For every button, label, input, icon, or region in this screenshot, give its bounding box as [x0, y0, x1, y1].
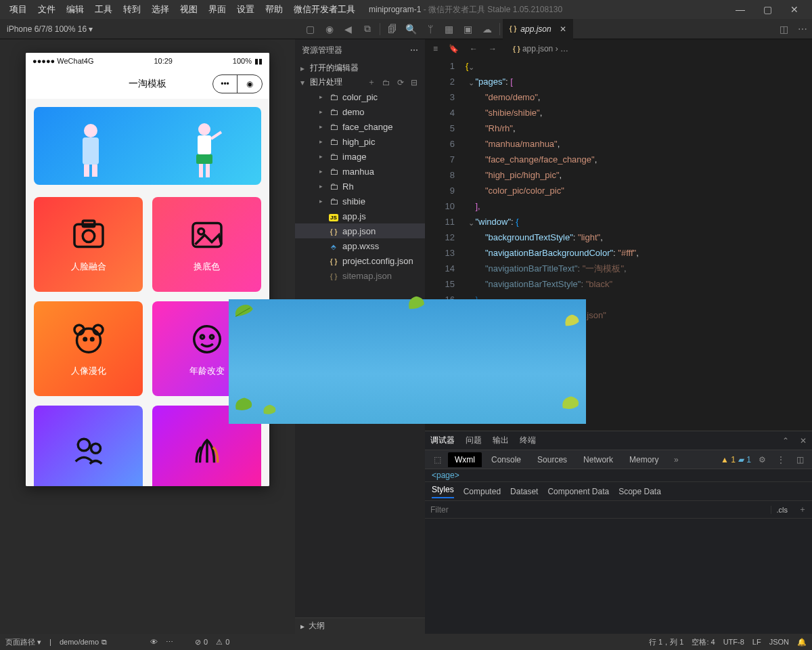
menu-project[interactable]: 项目: [4, 3, 32, 16]
debug-icon[interactable]: ▣: [459, 24, 478, 35]
phone-content[interactable]: 人脸融合 换底色 人像漫化 年龄改变: [26, 99, 269, 486]
project-section[interactable]: ▾图片处理 ＋ 🗀 ⟳ ⊟: [295, 75, 425, 89]
cls-button[interactable]: .cls: [771, 506, 794, 514]
devtools-tab-problems[interactable]: 问题: [466, 435, 482, 446]
open-editors-section[interactable]: ▸打开的编辑器: [295, 61, 425, 75]
subtab-wxml[interactable]: Wxml: [448, 452, 482, 467]
cloud-icon[interactable]: ☁: [478, 24, 497, 35]
close-tab-icon[interactable]: ✕: [560, 24, 566, 34]
folder-image[interactable]: ▸🗀image: [295, 149, 425, 164]
card-cartoonize[interactable]: 人像漫化: [34, 301, 143, 396]
style-filter-input[interactable]: [425, 505, 771, 515]
devtools-settings-icon[interactable]: ⚙: [754, 455, 770, 464]
capsule-menu-icon[interactable]: •••: [213, 75, 238, 93]
preview-icon[interactable]: 👁: [150, 638, 158, 646]
close-button[interactable]: ✕: [781, 4, 808, 15]
menu-edit[interactable]: 编辑: [61, 3, 89, 16]
collapse-icon[interactable]: ⊟: [409, 78, 420, 87]
warning-count[interactable]: ⚠ 0: [216, 638, 229, 647]
component-data-tab[interactable]: Component Data: [547, 487, 609, 496]
menu-interface[interactable]: 界面: [203, 3, 231, 16]
breadcrumb-file[interactable]: app.json: [522, 44, 553, 53]
menu-select[interactable]: 选择: [146, 3, 175, 16]
file-project-config-json[interactable]: { }project.config.json: [295, 253, 425, 268]
menu-file[interactable]: 文件: [32, 3, 61, 16]
card-change-bg[interactable]: 换底色: [152, 197, 261, 292]
detach-icon[interactable]: ⧉: [358, 23, 377, 35]
devtools-tab-terminal[interactable]: 终端: [520, 435, 536, 446]
file-app-json[interactable]: { }app.json: [295, 223, 425, 238]
list-icon[interactable]: ≡: [430, 44, 441, 53]
more-status-icon[interactable]: ⋯: [166, 638, 173, 647]
page-path[interactable]: demo/demo ⧉: [60, 638, 107, 647]
eol[interactable]: LF: [752, 638, 761, 646]
card-5[interactable]: [34, 406, 143, 486]
split-editor-icon[interactable]: ◫: [774, 24, 793, 35]
indent-setting[interactable]: 空格: 4: [692, 637, 715, 647]
new-folder-icon[interactable]: 🗀: [380, 78, 392, 87]
folder-high_pic[interactable]: ▸🗀high_pic: [295, 134, 425, 149]
styles-tab[interactable]: Styles: [432, 485, 454, 498]
menu-help[interactable]: 帮助: [260, 3, 288, 16]
menu-wechat-devtools[interactable]: 微信开发者工具: [288, 3, 361, 16]
devtools-tab-output[interactable]: 输出: [493, 435, 509, 446]
encoding[interactable]: UTF-8: [723, 638, 744, 646]
folder-color_pic[interactable]: ▸🗀color_pic: [295, 89, 425, 104]
copy-icon[interactable]: ⧉: [102, 638, 107, 647]
computed-tab[interactable]: Computed: [464, 487, 501, 496]
card-face-fusion[interactable]: 人脸融合: [34, 197, 143, 292]
folder-demo[interactable]: ▸🗀demo: [295, 104, 425, 119]
banner-image[interactable]: [34, 107, 261, 185]
folder-shibie[interactable]: ▸🗀shibie: [295, 194, 425, 209]
menu-view[interactable]: 视图: [175, 3, 203, 16]
git-icon[interactable]: ᛘ: [421, 24, 440, 35]
devtools-tab-debugger[interactable]: 调试器: [430, 435, 455, 446]
warning-badge[interactable]: ▲ 1: [721, 455, 736, 464]
scope-data-tab[interactable]: Scope Data: [618, 487, 661, 496]
menu-settings[interactable]: 设置: [231, 3, 260, 16]
dataset-tab[interactable]: Dataset: [510, 487, 538, 496]
subtab-sources[interactable]: Sources: [531, 452, 574, 467]
minimize-button[interactable]: —: [727, 4, 754, 15]
info-badge[interactable]: ▰ 1: [738, 455, 751, 464]
subtab-network[interactable]: Network: [577, 452, 620, 467]
page-path-label[interactable]: 页面路径 ▾: [5, 637, 41, 647]
extensions-icon[interactable]: ▦: [440, 24, 459, 35]
devtools-menu-icon[interactable]: ⋮: [773, 455, 789, 464]
menu-tools[interactable]: 工具: [89, 3, 118, 16]
refresh-icon[interactable]: ⟳: [395, 78, 406, 87]
subtab-console[interactable]: Console: [484, 452, 528, 467]
devtools-collapse-icon[interactable]: ⌃: [782, 436, 789, 446]
search-icon[interactable]: 🔍: [402, 24, 421, 35]
maximize-button[interactable]: ▢: [754, 4, 781, 15]
add-style-icon[interactable]: ＋: [793, 504, 812, 515]
outline-section[interactable]: ▸大纲: [295, 618, 425, 634]
nav-back-icon[interactable]: ←: [467, 44, 480, 53]
rotate-icon[interactable]: ▢: [301, 24, 320, 35]
file-sitemap-json[interactable]: { }sitemap.json: [295, 268, 425, 283]
file-app-js[interactable]: JSapp.js: [295, 209, 425, 223]
explorer-icon[interactable]: 🗐: [383, 24, 402, 35]
cursor-position[interactable]: 行 1，列 1: [649, 637, 683, 647]
wxml-page-tag[interactable]: <page>: [425, 469, 812, 482]
editor-tab-app-json[interactable]: { } app.json ✕: [503, 19, 573, 39]
devtools-dock-icon[interactable]: ◫: [792, 455, 808, 464]
devtools-close-icon[interactable]: ✕: [800, 436, 807, 446]
more-icon[interactable]: ⋯: [793, 24, 812, 35]
code-editor[interactable]: 123456789101112131415161718 { "pages": […: [425, 58, 812, 431]
file-app-wxss[interactable]: ⬘app.wxss: [295, 238, 425, 253]
folder-face_change[interactable]: ▸🗀face_change: [295, 119, 425, 134]
capsule-button[interactable]: ••• ◉: [212, 74, 263, 93]
error-count[interactable]: ⊘ 0: [195, 638, 208, 647]
menu-goto[interactable]: 转到: [118, 3, 146, 16]
explorer-more-icon[interactable]: ⋯: [410, 45, 418, 55]
mute-icon[interactable]: ◀: [339, 24, 358, 35]
bookmark-icon[interactable]: 🔖: [446, 44, 461, 53]
subtab-memory[interactable]: Memory: [623, 452, 665, 467]
nav-forward-icon[interactable]: →: [486, 44, 499, 53]
folder-manhua[interactable]: ▸🗀manhua: [295, 164, 425, 179]
record-icon[interactable]: ◉: [320, 24, 339, 35]
bell-icon[interactable]: 🔔: [797, 638, 807, 647]
folder-Rh[interactable]: ▸🗀Rh: [295, 179, 425, 194]
language-mode[interactable]: JSON: [769, 638, 789, 646]
